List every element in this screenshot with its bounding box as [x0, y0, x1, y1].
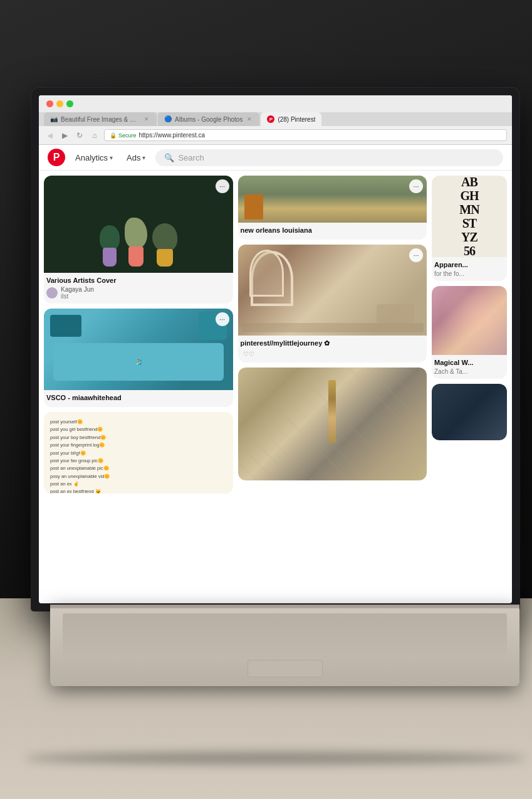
ads-nav-item[interactable]: Ads ▾: [123, 151, 149, 164]
text-line-9: post an ex ✌️: [50, 480, 227, 488]
tab-google-photos[interactable]: 🔵 Albums - Google Photos ✕: [158, 112, 259, 126]
laptop-body: 📷 Beautiful Free Images & Pictu... ✕ 🔵 A…: [31, 88, 519, 724]
pin-text-list[interactable]: post yourself🌼 post you girl bestfriend🌼…: [44, 412, 233, 494]
pin-info-magical: Magical W... Zach & Ta...: [432, 355, 507, 379]
interior-floor: [241, 323, 424, 332]
analytics-chevron-icon: ▾: [110, 154, 113, 161]
secure-badge: 🔒 Secure: [110, 132, 137, 139]
analytics-label: Analytics: [75, 153, 108, 162]
pin-avatar-plants: [46, 287, 58, 299]
pinterest-app: P Analytics ▾ Ads ▾ 🔍 Search: [39, 145, 512, 499]
back-button[interactable]: ◀: [44, 130, 55, 141]
plant-middle: [125, 218, 147, 267]
vase-middle: [128, 246, 143, 267]
tab-title-google-photos: Albums - Google Photos: [175, 116, 243, 123]
secure-label: Secure: [118, 132, 137, 139]
search-placeholder: Search: [178, 153, 204, 162]
tab-close-google-photos[interactable]: ✕: [246, 115, 253, 123]
pin-title-vsco: VSCO - miaawhitehead: [46, 394, 231, 401]
pin-textlist-content: post yourself🌼 post you girl bestfriend🌼…: [50, 418, 227, 494]
plant-left: [100, 225, 120, 267]
vsco-item-shirt: 🏄: [53, 343, 224, 381]
home-button[interactable]: ⌂: [89, 130, 100, 141]
tab-favicon-google-photos: 🔵: [164, 115, 172, 123]
plant-blob-left: [100, 225, 120, 250]
text-line-2: post you girl bestfriend🌼: [50, 426, 227, 433]
vase-left: [103, 248, 117, 267]
masonry-col-3: ABGHMNSTYZ56 Apparen... for the fo...: [432, 176, 507, 494]
pin-more-button-plants[interactable]: ···: [216, 179, 229, 193]
text-line-8: posy an unexplainable vid🌼: [50, 473, 227, 480]
pin-vsco-image: 🏄: [44, 309, 233, 390]
reload-button[interactable]: ↻: [74, 130, 85, 141]
pin-alphabet-image: ABGHMNSTYZ56: [432, 176, 507, 257]
pin-blue-door[interactable]: [432, 384, 507, 440]
pinterest-logo[interactable]: P: [48, 149, 65, 166]
keyboard-base: [50, 605, 519, 686]
text-line-10: post an ex bestfriend 🐱: [50, 488, 227, 494]
masonry-col-2: ··· new orleans louisiana: [238, 176, 427, 494]
vsco-item-hat: [50, 315, 81, 337]
bg-new-orleans: [238, 176, 427, 223]
pin-title-interior: pinterest//mylittlejourney ✿: [241, 339, 425, 347]
interior-arch-window: [249, 250, 284, 297]
ads-label: Ads: [127, 153, 140, 162]
analytics-nav-item[interactable]: Analytics ▾: [71, 151, 117, 164]
pin-info-new-orleans: new orleans louisiana: [238, 223, 427, 240]
lock-icon: 🔒: [110, 132, 117, 139]
pin-info-vsco: VSCO - miaawhitehead: [44, 390, 233, 407]
minimize-window-button[interactable]: [56, 100, 63, 107]
alphabet-text: ABGHMNSTYZ56: [456, 176, 482, 257]
search-box[interactable]: 🔍 Search: [155, 149, 503, 166]
tab-pinterest[interactable]: P (28) Pinterest: [261, 112, 321, 126]
forward-button[interactable]: ▶: [59, 130, 70, 141]
keyboard-hinge: [50, 605, 519, 608]
plant-right: [152, 223, 177, 267]
keyboard-keys: [63, 613, 507, 657]
pin-more-button-vsco[interactable]: ···: [216, 312, 229, 326]
pin-blue-door-image: [432, 384, 507, 440]
close-window-button[interactable]: [46, 100, 53, 107]
pin-more-button-interior[interactable]: ···: [409, 248, 423, 262]
pin-plants[interactable]: ··· Various Artists Cover Kagaya Jun ils…: [44, 176, 233, 304]
pin-new-orleans-image: [238, 176, 427, 223]
content-area: ··· Various Artists Cover Kagaya Jun ils…: [39, 171, 512, 499]
pin-title-plants: Various Artists Cover: [46, 277, 231, 284]
ads-chevron-icon: ▾: [142, 154, 145, 161]
pin-new-orleans[interactable]: ··· new orleans louisiana: [238, 176, 427, 240]
tab-unsplash[interactable]: 📷 Beautiful Free Images & Pictu... ✕: [44, 112, 157, 126]
url-text: https://www.pinterest.ca: [139, 132, 206, 139]
maximize-window-button[interactable]: [66, 100, 73, 107]
text-line-1: post yourself🌼: [50, 418, 227, 426]
magical-glow: [432, 286, 507, 355]
pin-magical-image: [432, 286, 507, 355]
pinterest-nav: P Analytics ▾ Ads ▾ 🔍 Search: [39, 145, 512, 171]
tab-close-unsplash[interactable]: ✕: [143, 115, 150, 123]
pin-title-magical: Magical W...: [434, 359, 504, 366]
pin-interior[interactable]: ··· pinterest//mylittlejourney ✿ ♡♡: [238, 245, 427, 362]
pin-info-plants: Various Artists Cover Kagaya Jun ilst: [44, 273, 233, 304]
pin-title-new-orleans: new orleans louisiana: [241, 226, 425, 234]
pin-plants-image: [44, 176, 233, 273]
pin-info-alphabet: Apparen... for the fo...: [432, 257, 507, 281]
pin-magical[interactable]: Magical W... Zach & Ta...: [432, 286, 507, 379]
text-line-5: post your bf/gf🌼: [50, 450, 227, 457]
masonry-grid: ··· Various Artists Cover Kagaya Jun ils…: [44, 176, 507, 494]
search-icon: 🔍: [164, 153, 174, 162]
pin-title-alphabet: Apparen...: [434, 261, 504, 268]
tab-title-pinterest: (28) Pinterest: [278, 116, 315, 123]
screen-inner: 📷 Beautiful Free Images & Pictu... ✕ 🔵 A…: [39, 95, 512, 603]
pin-vsco[interactable]: 🏄 ··· VSCO - miaawhitehead: [44, 309, 233, 407]
scene: 📷 Beautiful Free Images & Pictu... ✕ 🔵 A…: [0, 0, 532, 799]
interior-sofa: [377, 304, 414, 323]
pin-more-button-new-orleans[interactable]: ···: [409, 179, 423, 193]
vase-right: [157, 249, 173, 267]
pin-alphabet[interactable]: ABGHMNSTYZ56 Apparen... for the fo...: [432, 176, 507, 281]
marble-texture: [238, 368, 427, 480]
pin-username-plants: Kagaya Jun: [61, 286, 94, 293]
tab-favicon-pinterest: P: [267, 115, 274, 123]
pin-marble-image: [238, 368, 427, 480]
pin-marble[interactable]: [238, 368, 427, 480]
url-bar[interactable]: 🔒 Secure https://www.pinterest.ca: [104, 129, 507, 141]
plant-blob-middle: [125, 218, 147, 249]
